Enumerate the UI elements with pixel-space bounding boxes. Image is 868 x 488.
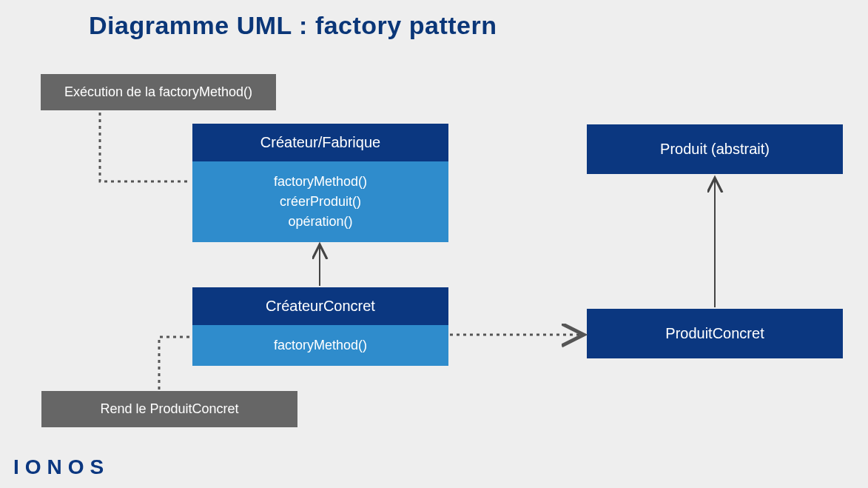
note-returns-text: Rend le ProduitConcret <box>100 401 238 416</box>
uml-creator-name: Créateur/Fabrique <box>192 124 448 161</box>
uml-concrete-product-name: ProduitConcret <box>587 309 843 358</box>
note-execution-text: Exécution de la factoryMethod() <box>64 84 252 99</box>
note-returns: Rend le ProduitConcret <box>41 391 297 427</box>
uml-class-product: Produit (abstrait) <box>587 124 843 174</box>
connector-note2-to-concrete-creator <box>159 337 191 390</box>
uml-class-concrete-product: ProduitConcret <box>587 309 843 358</box>
uml-class-creator: Créateur/Fabrique factoryMethod() créerP… <box>192 124 448 242</box>
uml-concrete-creator-methods: factoryMethod() <box>192 325 448 366</box>
connector-note1-to-creator <box>100 113 191 181</box>
uml-product-name: Produit (abstrait) <box>587 124 843 174</box>
note-execution: Exécution de la factoryMethod() <box>41 74 276 110</box>
diagram-title: Diagramme UML : factory pattern <box>89 11 497 40</box>
uml-concrete-creator-name: CréateurConcret <box>192 287 448 325</box>
ionos-logo: IONOS <box>13 455 110 479</box>
uml-class-concrete-creator: CréateurConcret factoryMethod() <box>192 287 448 366</box>
uml-creator-methods: factoryMethod() créerProduit() opération… <box>192 161 448 242</box>
